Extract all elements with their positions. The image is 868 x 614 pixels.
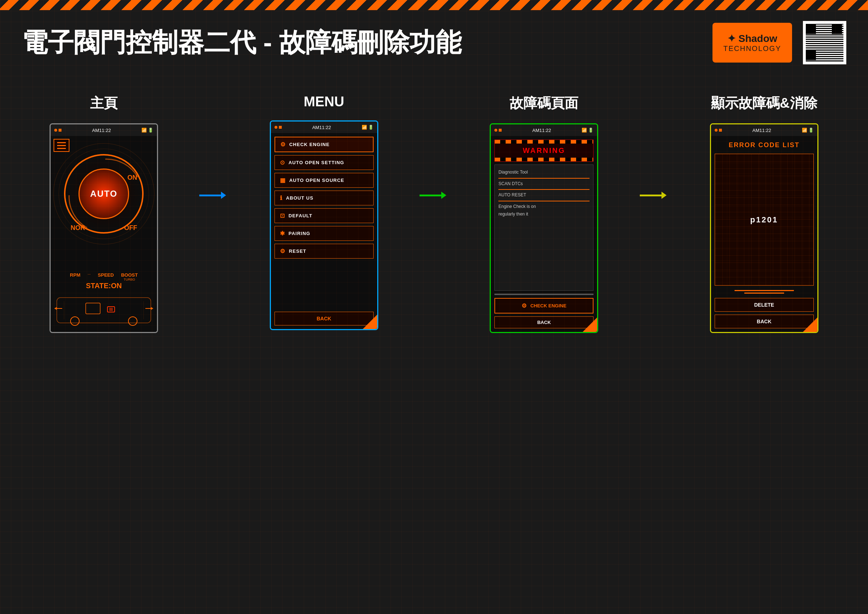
- stat-boost: BOOST: [121, 272, 138, 278]
- status-bar-menu: AM11:22 📶 🔋: [271, 121, 377, 133]
- menu-item-reset[interactable]: ⚙ RESET: [274, 244, 374, 259]
- yellow-arrow: [640, 192, 669, 199]
- wifi-icon-dtc: 📶: [581, 128, 587, 133]
- corner-triangle-error: [803, 318, 817, 332]
- pairing-icon: ✱: [280, 230, 285, 237]
- status-time-error: AM11:22: [752, 128, 771, 133]
- main-dial[interactable]: AUTO ON NOR OFF: [64, 154, 144, 234]
- arrow-home-to-menu: [199, 192, 228, 199]
- arrow-dtc-to-error: [640, 192, 669, 199]
- hamburger-line-2: [57, 145, 66, 146]
- svg-point-1: [71, 317, 79, 326]
- logo-tagline: TECHNOLOGY: [723, 45, 781, 53]
- stats-dots: ···: [88, 272, 90, 281]
- stat-boost-container: BOOST TURBO: [121, 272, 138, 281]
- warning-text-area: WARNING: [495, 144, 593, 158]
- phone-menu: AM11:22 📶 🔋 ⚙ CHECK ENGINE ⊙ AUTO OPEN S…: [270, 120, 378, 330]
- svg-rect-3: [86, 303, 100, 314]
- logo-name: ✦ Shadow: [727, 33, 777, 45]
- status-left-menu: [274, 126, 282, 129]
- phone-error: AM11:22 📶 🔋 ERROR CODE LIST p1201: [710, 123, 818, 333]
- arrow-shaft-green: [420, 195, 441, 196]
- menu-reset-label: RESET: [289, 248, 306, 254]
- dtc-back-button[interactable]: BACK: [494, 316, 594, 328]
- arrow-shaft: [199, 195, 221, 196]
- auto-open-source-icon: ▦: [280, 177, 286, 184]
- wifi-icon: 📶: [141, 128, 147, 133]
- menu-item-about-us[interactable]: ℹ ABOUT US: [274, 191, 374, 205]
- status-bar-dtc: AM11:22 📶 🔋: [491, 124, 597, 136]
- auto-open-setting-icon: ⊙: [280, 159, 285, 166]
- menu-screen-content: ⚙ CHECK ENGINE ⊙ AUTO OPEN SETTING ▦ AUT…: [271, 133, 377, 329]
- phone-home: AM11:22 📶 🔋: [50, 123, 158, 333]
- screen2-section: MENU AM11:22 📶 🔋 ⚙ CHECK ENGINE: [270, 94, 378, 330]
- warning-container: WARNING: [494, 140, 594, 162]
- header: 電子閥門控制器二代 - 故障碼刪除功能 ✦ Shadow TECHNOLOGY: [0, 10, 868, 75]
- corner-triangle-menu: [363, 315, 377, 329]
- stat-speed: SPEED: [98, 272, 114, 281]
- error-code-value: p1201: [750, 215, 778, 225]
- hamburger-button[interactable]: [54, 139, 70, 152]
- menu-about-us-label: ABOUT US: [286, 195, 313, 201]
- svg-marker-9: [151, 307, 153, 310]
- status-right: 📶 🔋: [141, 128, 153, 133]
- about-us-icon: ℹ: [280, 195, 282, 202]
- status-time-menu: AM11:22: [312, 125, 331, 130]
- warning-text: WARNING: [522, 146, 565, 154]
- main-content: 主頁 AM11:22 📶 🔋: [0, 79, 868, 614]
- stat-rpm: RPM: [70, 272, 80, 281]
- car-svg: [53, 294, 154, 327]
- page-title: 電子閥門控制器二代 - 故障碼刪除功能: [22, 25, 713, 60]
- screen1-label: 主頁: [90, 94, 118, 112]
- arrow-head-green: [441, 192, 446, 199]
- dtc-info-line3: AUTO RESET: [498, 191, 589, 199]
- menu-item-pairing[interactable]: ✱ PAIRING: [274, 226, 374, 241]
- arrow-menu-to-dtc: [420, 192, 448, 199]
- home-screen-content: AUTO ON NOR OFF RPM ··· SPEED BOOST TURB…: [51, 136, 157, 332]
- status-time-dtc: AM11:22: [532, 128, 551, 133]
- menu-item-auto-open-source[interactable]: ▦ AUTO OPEN SOURCE: [274, 173, 374, 188]
- check-engine-icon: ⚙: [280, 141, 286, 148]
- wifi-icon-error: 📶: [802, 128, 807, 133]
- phone-dtc: AM11:22 📶 🔋 WARNING Diagnostic To: [490, 123, 598, 333]
- svg-rect-5: [109, 308, 113, 311]
- dtc-info-line5: regularly then it: [498, 211, 589, 219]
- menu-back-button[interactable]: BACK: [274, 312, 374, 326]
- mode-on-label[interactable]: ON: [127, 174, 137, 181]
- menu-check-engine-label: CHECK ENGINE: [289, 142, 330, 147]
- hazard-bottom: [495, 158, 593, 161]
- dtc-divider2: [498, 189, 589, 190]
- check-engine-label-dtc: CHECK ENGINE: [530, 303, 566, 309]
- error-screen-content: ERROR CODE LIST p1201 DELETE BACK: [711, 136, 817, 332]
- menu-default-label: DEFAULT: [288, 213, 313, 219]
- menu-item-check-engine[interactable]: ⚙ CHECK ENGINE: [274, 137, 374, 152]
- error-back-button[interactable]: BACK: [715, 315, 814, 328]
- orange-bars: [715, 288, 814, 295]
- menu-auto-open-source-label: AUTO OPEN SOURCE: [289, 178, 344, 183]
- default-icon: ⊡: [280, 212, 285, 219]
- stat-turbo: TURBO: [124, 278, 135, 281]
- screen3-label: 故障碼頁面: [510, 94, 578, 112]
- green-arrow: [420, 192, 448, 199]
- dtc-info-line1: Diagnostic Tool: [498, 169, 589, 177]
- mode-nor-label[interactable]: NOR: [71, 224, 85, 232]
- menu-item-default[interactable]: ⊡ DEFAULT: [274, 208, 374, 223]
- check-engine-icon-dtc: ⚙: [522, 302, 527, 309]
- arrow-head: [221, 192, 226, 199]
- delete-button[interactable]: DELETE: [715, 298, 814, 312]
- mode-off-label[interactable]: OFF: [124, 224, 137, 232]
- dtc-screen-content: WARNING Diagnostic Tool SCAN DTCs AUTO R…: [491, 136, 597, 332]
- arrow-shaft-yellow: [640, 195, 662, 196]
- dtc-info-line2: SCAN DTCs: [498, 180, 589, 188]
- screen4-label: 顯示故障碼&消除: [711, 94, 817, 112]
- battery-icon-error: 🔋: [808, 128, 814, 133]
- dtc-divider1: [498, 178, 589, 178]
- screen4-section: 顯示故障碼&消除 AM11:22 📶 🔋 ERROR CODE LIST: [710, 94, 818, 333]
- bar2: [744, 293, 784, 294]
- menu-item-auto-open-setting[interactable]: ⊙ AUTO OPEN SETTING: [274, 155, 374, 170]
- battery-icon-dtc: 🔋: [588, 128, 594, 133]
- status-time-home: AM11:22: [92, 128, 111, 133]
- check-engine-btn-dtc[interactable]: ⚙ CHECK ENGINE: [494, 298, 594, 313]
- error-code-title: ERROR CODE LIST: [715, 140, 814, 151]
- status-left: [54, 129, 62, 132]
